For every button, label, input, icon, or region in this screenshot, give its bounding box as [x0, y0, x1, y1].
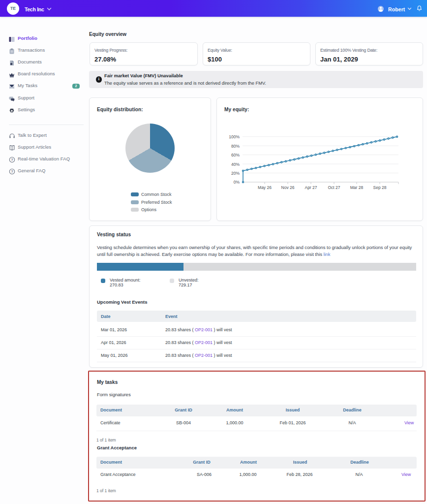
svg-text:Nov 26: Nov 26: [281, 185, 295, 190]
svg-text:May 26: May 26: [258, 185, 272, 190]
svg-text:0%: 0%: [234, 180, 240, 185]
svg-text:20%: 20%: [231, 171, 240, 176]
svg-text:Oct 27: Oct 27: [328, 185, 340, 190]
svg-text:40%: 40%: [231, 162, 240, 167]
svg-text:Apr 27: Apr 27: [305, 185, 317, 190]
svg-text:?: ?: [11, 158, 13, 162]
svg-text:80%: 80%: [231, 144, 240, 149]
svg-text:Mar 28: Mar 28: [350, 185, 364, 190]
svg-text:Sep 28: Sep 28: [373, 185, 387, 190]
svg-text:?: ?: [11, 169, 13, 174]
svg-text:100%: 100%: [229, 134, 240, 139]
svg-text:60%: 60%: [231, 153, 240, 158]
